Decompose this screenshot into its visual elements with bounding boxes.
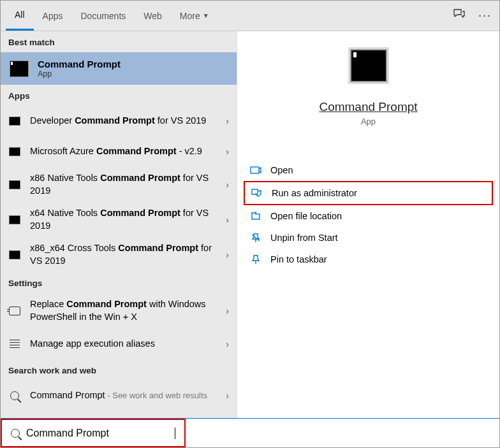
apps-result[interactable]: x86_x64 Cross Tools Command Prompt for V… [1, 237, 237, 272]
text-cursor [175, 428, 175, 439]
section-best-match: Best match [1, 31, 237, 52]
action-unpin-from-start[interactable]: Unpin from Start [244, 227, 493, 249]
action-run-as-administrator[interactable]: Run as administrator [244, 181, 493, 205]
app-icon [9, 147, 20, 156]
preview-panel: Command Prompt App Open Run as administr… [237, 31, 499, 418]
tab-documents[interactable]: Documents [71, 1, 135, 31]
more-options-icon[interactable]: ··· [478, 9, 492, 22]
work-web-result[interactable]: Command Prompt - See work and web result… [1, 380, 237, 411]
preview-subtitle: App [361, 117, 376, 126]
app-icon [9, 117, 20, 126]
svg-rect-0 [251, 167, 259, 173]
action-pin-tb-label: Pin to taskbar [270, 254, 327, 264]
settings-result-label: Replace Command Prompt with Windows Powe… [30, 298, 217, 323]
search-icon [11, 429, 20, 438]
best-match-subtitle: App [38, 69, 121, 78]
preview-title[interactable]: Command Prompt [319, 100, 417, 114]
apps-result-label: x86_x64 Cross Tools Command Prompt for V… [30, 242, 217, 267]
apps-result[interactable]: x64 Native Tools Command Prompt for VS 2… [1, 202, 237, 237]
results-panel: Best match Command Prompt App Apps Devel… [1, 31, 237, 418]
preview-app-icon [350, 49, 387, 82]
folder-icon [250, 211, 261, 221]
unpin-icon [250, 233, 261, 243]
settings-result[interactable]: Manage app execution aliases› [1, 329, 237, 359]
chevron-down-icon: ▼ [203, 12, 209, 19]
chevron-right-icon[interactable]: › [226, 116, 229, 126]
work-web-label: Command Prompt [30, 390, 105, 400]
chevron-right-icon[interactable]: › [226, 339, 229, 349]
app-icon [9, 250, 20, 259]
app-icon [9, 180, 20, 189]
chevron-right-icon[interactable]: › [226, 391, 229, 401]
best-match-result[interactable]: Command Prompt App [1, 52, 237, 85]
settings-result-label: Manage app execution aliases [30, 338, 217, 350]
action-pin-to-taskbar[interactable]: Pin to taskbar [244, 249, 493, 270]
tab-web[interactable]: Web [135, 1, 171, 31]
tab-more[interactable]: More ▼ [171, 1, 218, 31]
shield-icon [251, 188, 263, 198]
search-icon [10, 391, 19, 400]
apps-result[interactable]: x86 Native Tools Command Prompt for VS 2… [1, 167, 237, 202]
work-web-hint: - See work and web results [105, 391, 207, 400]
apps-result-label: Microsoft Azure Command Prompt - v2.9 [30, 145, 217, 158]
search-box[interactable]: Command Prompt [1, 419, 186, 447]
action-open-file-location[interactable]: Open file location [244, 205, 493, 227]
filter-tabs: All Apps Documents Web More ▼ ··· [1, 1, 499, 31]
apps-result[interactable]: Developer Command Prompt for VS 2019› [1, 106, 237, 136]
apps-result-label: x86 Native Tools Command Prompt for VS 2… [30, 172, 217, 197]
section-settings: Settings [1, 272, 237, 293]
tab-more-label: More [180, 11, 200, 21]
search-input[interactable]: Command Prompt [26, 428, 168, 439]
chevron-right-icon[interactable]: › [226, 306, 229, 316]
search-bar: Command Prompt [1, 418, 499, 447]
chevron-right-icon[interactable]: › [226, 215, 229, 225]
action-open-label: Open [270, 165, 293, 175]
apps-result-label: Developer Command Prompt for VS 2019 [30, 115, 217, 127]
best-match-title: Command Prompt [38, 59, 121, 69]
action-run-admin-label: Run as administrator [272, 188, 357, 198]
command-prompt-icon [10, 61, 29, 77]
chevron-right-icon[interactable]: › [226, 250, 229, 260]
action-unpin-label: Unpin from Start [270, 233, 338, 243]
tab-apps[interactable]: Apps [34, 1, 72, 31]
settings-icon [10, 340, 20, 349]
svg-rect-1 [252, 189, 258, 194]
section-work-web: Search work and web [1, 359, 237, 380]
pin-icon [250, 254, 261, 264]
chevron-right-icon[interactable]: › [226, 180, 229, 190]
app-icon [9, 215, 20, 224]
feedback-icon[interactable] [453, 8, 466, 23]
search-bar-extension [186, 419, 499, 447]
section-apps: Apps [1, 85, 237, 106]
open-icon [250, 165, 261, 175]
action-open[interactable]: Open [244, 159, 493, 181]
settings-result[interactable]: Replace Command Prompt with Windows Powe… [1, 293, 237, 328]
tab-all[interactable]: All [6, 1, 34, 31]
apps-result-label: x64 Native Tools Command Prompt for VS 2… [30, 207, 217, 232]
action-open-loc-label: Open file location [270, 211, 342, 221]
settings-icon [9, 307, 20, 315]
apps-result[interactable]: Microsoft Azure Command Prompt - v2.9› [1, 136, 237, 167]
chevron-right-icon[interactable]: › [226, 147, 229, 157]
